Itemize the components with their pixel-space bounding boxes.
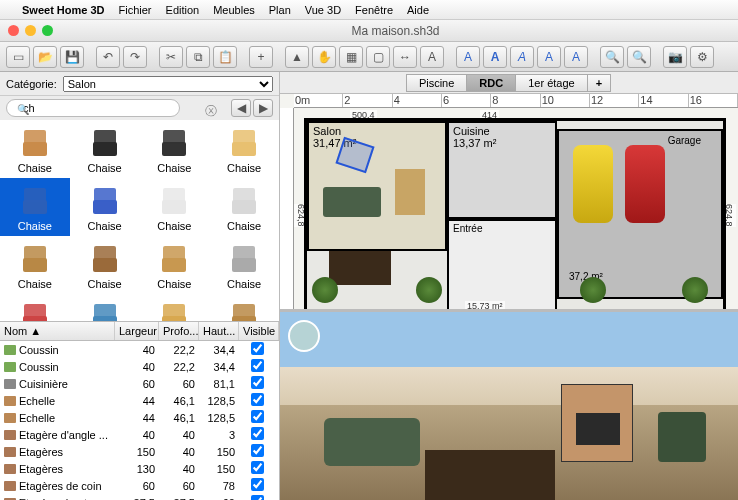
menu-meubles[interactable]: Meubles — [213, 4, 255, 16]
menu-fichier[interactable]: Fichier — [119, 4, 152, 16]
plan-sofa[interactable] — [323, 187, 381, 217]
room-tool-button[interactable]: ▢ — [366, 46, 390, 68]
view-3d[interactable] — [280, 312, 738, 500]
furniture-row[interactable]: Cuisinière606081,1 — [0, 375, 279, 392]
catalog-item[interactable]: Chaise — [0, 178, 70, 236]
menu-edition[interactable]: Edition — [166, 4, 200, 16]
col-visible[interactable]: Visible — [239, 322, 279, 340]
furniture-row[interactable]: Echelle4446,1128,5 — [0, 392, 279, 409]
new-file-button[interactable]: ▭ — [6, 46, 30, 68]
text-size-up-button[interactable]: A — [537, 46, 561, 68]
furniture-row[interactable]: Echelle4446,1128,5 — [0, 409, 279, 426]
plan-shelf[interactable] — [395, 169, 425, 215]
copy-button[interactable]: ⧉ — [186, 46, 210, 68]
col-name[interactable]: Nom ▲ — [0, 322, 115, 340]
undo-button[interactable]: ↶ — [96, 46, 120, 68]
zoom-out-button[interactable]: 🔍 — [600, 46, 624, 68]
catalog-item[interactable]: Chaise — [140, 236, 210, 294]
text-italic-button[interactable]: A — [510, 46, 534, 68]
visible-checkbox[interactable] — [251, 444, 264, 457]
visible-checkbox[interactable] — [251, 410, 264, 423]
furniture-row[interactable]: Etagères15040150 — [0, 443, 279, 460]
col-depth[interactable]: Profo... — [159, 322, 199, 340]
catalog-item[interactable]: Chaise — [70, 178, 140, 236]
tab-1er-etage[interactable]: 1er étage — [515, 74, 587, 92]
catalog-item[interactable]: Chaise — [70, 236, 140, 294]
catalog-item[interactable]: Chaise — [209, 178, 279, 236]
menu-vue3d[interactable]: Vue 3D — [305, 4, 341, 16]
plan-dining-table[interactable] — [329, 251, 391, 285]
compass-icon[interactable] — [288, 320, 320, 352]
clear-search-button[interactable]: ⓧ — [205, 103, 217, 120]
search-prev-button[interactable]: ◀ — [231, 99, 251, 117]
catalog-item[interactable]: Chaise — [209, 294, 279, 322]
catalog-search-input[interactable] — [6, 99, 180, 117]
furniture-row[interactable]: Etagères13040150 — [0, 460, 279, 477]
preferences-button[interactable]: ⚙ — [690, 46, 714, 68]
cut-button[interactable]: ✂ — [159, 46, 183, 68]
catalog-item[interactable]: Chaise — [140, 120, 210, 178]
pan-tool-button[interactable]: ✋ — [312, 46, 336, 68]
catalog-item[interactable]: Chaise — [70, 294, 140, 322]
paste-button[interactable]: 📋 — [213, 46, 237, 68]
visible-checkbox[interactable] — [251, 359, 264, 372]
text-style-button[interactable]: A — [456, 46, 480, 68]
furniture-row[interactable]: Coussin4022,234,4 — [0, 341, 279, 358]
redo-button[interactable]: ↷ — [123, 46, 147, 68]
menu-fenetre[interactable]: Fenêtre — [355, 4, 393, 16]
plan-view[interactable]: 0m246810121416 500,4 414 624,8 624,8 Sal… — [280, 94, 738, 312]
visible-checkbox[interactable] — [251, 495, 264, 500]
furniture-row[interactable]: Etagères hautes ...27,527,560 — [0, 494, 279, 500]
armchair-3d — [658, 412, 706, 462]
save-file-button[interactable]: 💾 — [60, 46, 84, 68]
car-red[interactable] — [625, 145, 665, 223]
app-name[interactable]: Sweet Home 3D — [22, 4, 105, 16]
catalog-item[interactable]: Chaise — [0, 236, 70, 294]
sofa-3d — [324, 418, 420, 466]
furniture-row[interactable]: Etagère d'angle ...40403 — [0, 426, 279, 443]
zoom-in-button[interactable]: 🔍 — [627, 46, 651, 68]
search-next-button[interactable]: ▶ — [253, 99, 273, 117]
category-select[interactable]: Salon — [63, 76, 273, 92]
furniture-row[interactable]: Etagères de coin606078 — [0, 477, 279, 494]
furniture-list[interactable]: Nom ▲ Largeur Profo... Haut... Visible C… — [0, 322, 279, 500]
catalog-item[interactable]: Chaise — [140, 178, 210, 236]
zoom-window-button[interactable] — [42, 25, 53, 36]
catalog-item[interactable]: Chaise — [209, 236, 279, 294]
text-bold-button[interactable]: A — [483, 46, 507, 68]
bush-icon — [312, 277, 338, 303]
window-titlebar: Ma maison.sh3d — [0, 20, 738, 42]
catalog-item[interactable]: Chaise — [209, 120, 279, 178]
tab-piscine[interactable]: Piscine — [406, 74, 467, 92]
menu-plan[interactable]: Plan — [269, 4, 291, 16]
visible-checkbox[interactable] — [251, 478, 264, 491]
furniture-row[interactable]: Coussin4022,234,4 — [0, 358, 279, 375]
furniture-catalog[interactable]: ChaiseChaiseChaiseChaiseChaiseChaiseChai… — [0, 120, 279, 322]
system-menubar: Sweet Home 3D Fichier Edition Meubles Pl… — [0, 0, 738, 20]
menu-aide[interactable]: Aide — [407, 4, 429, 16]
text-size-down-button[interactable]: A — [564, 46, 588, 68]
text-tool-button[interactable]: A — [420, 46, 444, 68]
add-level-button[interactable]: + — [587, 74, 611, 92]
catalog-item[interactable]: Chaise — [140, 294, 210, 322]
visible-checkbox[interactable] — [251, 461, 264, 474]
col-width[interactable]: Largeur — [115, 322, 159, 340]
visible-checkbox[interactable] — [251, 427, 264, 440]
wall-tool-button[interactable]: ▦ — [339, 46, 363, 68]
catalog-item[interactable]: Chaise — [0, 294, 70, 322]
close-window-button[interactable] — [8, 25, 19, 36]
snapshot-button[interactable]: 📷 — [663, 46, 687, 68]
tab-rdc[interactable]: RDC — [466, 74, 516, 92]
visible-checkbox[interactable] — [251, 376, 264, 389]
open-file-button[interactable]: 📂 — [33, 46, 57, 68]
catalog-item[interactable]: Chaise — [0, 120, 70, 178]
minimize-window-button[interactable] — [25, 25, 36, 36]
visible-checkbox[interactable] — [251, 393, 264, 406]
add-furniture-button[interactable]: + — [249, 46, 273, 68]
catalog-item[interactable]: Chaise — [70, 120, 140, 178]
dimension-tool-button[interactable]: ↔ — [393, 46, 417, 68]
car-yellow[interactable] — [573, 145, 613, 223]
visible-checkbox[interactable] — [251, 342, 264, 355]
select-tool-button[interactable]: ▲ — [285, 46, 309, 68]
col-height[interactable]: Haut... — [199, 322, 239, 340]
